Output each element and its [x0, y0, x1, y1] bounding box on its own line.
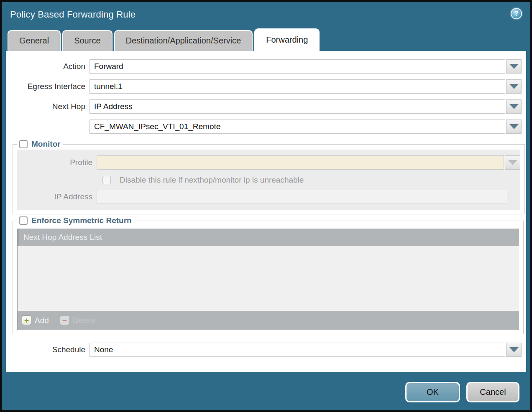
next-hop-address-list-header: Next Hop Address List: [18, 229, 519, 246]
monitor-section: Monitor Profile Disable this rule if nex…: [13, 140, 525, 214]
profile-dropdown-button: [505, 155, 520, 170]
next-hop-row: Next Hop IP Address: [6, 99, 526, 114]
cancel-button[interactable]: Cancel: [466, 382, 519, 402]
egress-interface-label: Egress Interface: [6, 82, 90, 91]
monitor-panel: Profile Disable this rule if nexthop/mon…: [17, 150, 520, 210]
chevron-down-icon: [509, 84, 519, 89]
profile-row: Profile: [17, 155, 520, 170]
action-label: Action: [6, 62, 90, 71]
enforce-legend: Enforce Symmetric Return: [17, 216, 134, 225]
profile-select: [97, 155, 504, 170]
next-hop-label: Next Hop: [6, 102, 90, 111]
chevron-down-icon: [509, 104, 519, 109]
help-icon[interactable]: ?: [511, 8, 522, 19]
monitor-ip-address-label: IP Address: [17, 192, 97, 201]
add-button[interactable]: + Add: [22, 315, 49, 325]
chevron-down-icon: [509, 347, 519, 352]
next-hop-address-row: CF_MWAN_IPsec_VTI_01_Remote: [6, 120, 526, 134]
plus-icon: +: [22, 315, 31, 325]
next-hop-dropdown-button[interactable]: [506, 99, 522, 114]
enforce-symmetric-return-section: Enforce Symmetric Return Next Hop Addres…: [13, 216, 524, 334]
disable-rule-checkbox: [102, 176, 111, 184]
monitor-ip-address-row: IP Address: [17, 190, 520, 204]
add-button-label: Add: [35, 316, 49, 325]
next-hop-type-select[interactable]: IP Address: [90, 99, 505, 114]
enforce-title: Enforce Symmetric Return: [31, 216, 132, 225]
ok-button[interactable]: OK: [405, 382, 460, 402]
pbf-rule-dialog: Policy Based Forwarding Rule ? General S…: [0, 0, 532, 412]
egress-interface-select[interactable]: tunnel.1: [90, 79, 505, 94]
monitor-ip-address-input: [97, 190, 507, 204]
forwarding-tab-panel: Action Forward Egress Interface tunnel.1…: [6, 51, 526, 372]
schedule-row: Schedule None: [6, 343, 526, 357]
monitor-legend: Monitor: [17, 140, 63, 149]
egress-interface-row: Egress Interface tunnel.1: [6, 79, 526, 94]
disable-rule-label: Disable this rule if nexthop/monitor ip …: [120, 175, 304, 185]
next-hop-address-list-table: Next Hop Address List + Add − Delete: [17, 229, 519, 330]
dialog-title: Policy Based Forwarding Rule: [10, 9, 136, 20]
delete-button: − Delete: [60, 315, 96, 325]
chevron-down-icon: [509, 124, 519, 129]
tab-destination-application-service[interactable]: Destination/Application/Service: [114, 30, 253, 51]
dialog-footer: OK Cancel: [2, 372, 530, 412]
disable-rule-row: Disable this rule if nexthop/monitor ip …: [102, 175, 520, 185]
tab-general[interactable]: General: [8, 30, 61, 51]
minus-icon: −: [60, 315, 69, 325]
schedule-dropdown-button[interactable]: [506, 343, 522, 357]
tab-source[interactable]: Source: [62, 30, 112, 51]
tab-bar: General Source Destination/Application/S…: [2, 28, 530, 51]
dialog-titlebar: Policy Based Forwarding Rule ?: [2, 2, 530, 28]
chevron-down-icon: [509, 64, 519, 69]
schedule-select[interactable]: None: [90, 343, 505, 357]
next-hop-address-select[interactable]: CF_MWAN_IPsec_VTI_01_Remote: [90, 120, 505, 134]
schedule-label: Schedule: [6, 345, 90, 354]
action-row: Action Forward: [6, 59, 526, 74]
chevron-down-icon: [508, 160, 517, 165]
monitor-title: Monitor: [31, 140, 61, 149]
monitor-checkbox[interactable]: [19, 140, 28, 148]
enforce-symmetric-return-checkbox[interactable]: [19, 216, 28, 225]
profile-label: Profile: [17, 158, 97, 167]
egress-interface-dropdown-button[interactable]: [506, 79, 522, 94]
delete-button-label: Delete: [73, 316, 96, 325]
next-hop-address-dropdown-button[interactable]: [506, 120, 522, 134]
next-hop-address-list-body[interactable]: [18, 246, 519, 311]
tab-forwarding[interactable]: Forwarding: [254, 28, 320, 51]
next-hop-address-list-footer: + Add − Delete: [18, 311, 519, 330]
action-select[interactable]: Forward: [90, 59, 505, 74]
action-dropdown-button[interactable]: [506, 59, 522, 74]
